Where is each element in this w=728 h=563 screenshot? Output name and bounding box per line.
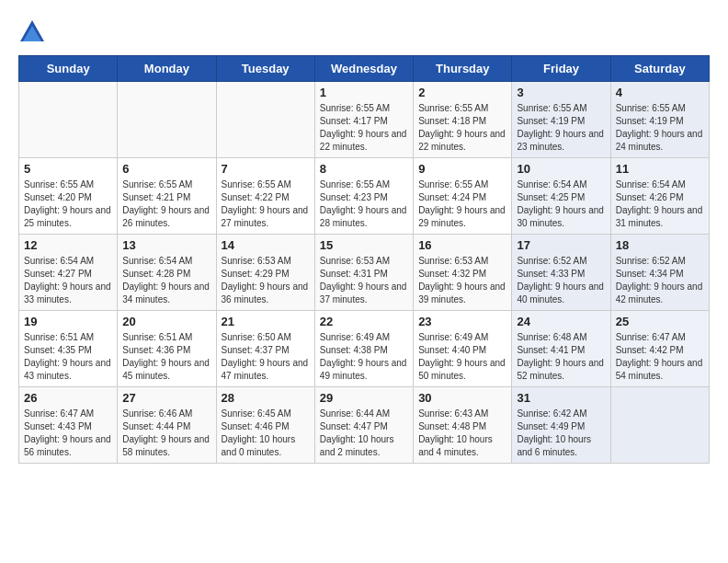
page-header bbox=[18, 18, 710, 46]
day-info: Sunrise: 6:51 AM Sunset: 4:35 PM Dayligh… bbox=[24, 331, 112, 383]
day-info: Sunrise: 6:48 AM Sunset: 4:41 PM Dayligh… bbox=[517, 331, 605, 383]
day-info: Sunrise: 6:50 AM Sunset: 4:37 PM Dayligh… bbox=[222, 331, 310, 383]
calendar-cell: 18Sunrise: 6:52 AM Sunset: 4:34 PM Dayli… bbox=[610, 235, 709, 311]
calendar-table: SundayMondayTuesdayWednesdayThursdayFrid… bbox=[18, 55, 710, 464]
day-number: 18 bbox=[616, 238, 704, 252]
logo-icon bbox=[18, 18, 46, 46]
weekday-header-monday: Monday bbox=[118, 56, 216, 82]
weekday-header-row: SundayMondayTuesdayWednesdayThursdayFrid… bbox=[19, 56, 710, 82]
calendar-cell: 10Sunrise: 6:54 AM Sunset: 4:25 PM Dayli… bbox=[512, 158, 610, 235]
day-info: Sunrise: 6:53 AM Sunset: 4:31 PM Dayligh… bbox=[320, 255, 408, 306]
calendar-cell: 8Sunrise: 6:55 AM Sunset: 4:23 PM Daylig… bbox=[314, 158, 413, 235]
day-info: Sunrise: 6:51 AM Sunset: 4:36 PM Dayligh… bbox=[122, 331, 210, 383]
logo bbox=[18, 18, 50, 46]
day-number: 28 bbox=[222, 391, 310, 405]
day-number: 5 bbox=[24, 162, 112, 176]
day-info: Sunrise: 6:55 AM Sunset: 4:24 PM Dayligh… bbox=[418, 178, 506, 230]
calendar-week-row: 26Sunrise: 6:47 AM Sunset: 4:43 PM Dayli… bbox=[19, 387, 710, 464]
day-info: Sunrise: 6:55 AM Sunset: 4:19 PM Dayligh… bbox=[616, 102, 704, 154]
calendar-cell: 16Sunrise: 6:53 AM Sunset: 4:32 PM Dayli… bbox=[414, 235, 512, 311]
day-number: 20 bbox=[122, 315, 210, 328]
day-info: Sunrise: 6:54 AM Sunset: 4:27 PM Dayligh… bbox=[24, 255, 112, 306]
day-number: 14 bbox=[222, 238, 310, 252]
day-info: Sunrise: 6:45 AM Sunset: 4:46 PM Dayligh… bbox=[222, 408, 310, 459]
day-number: 2 bbox=[418, 86, 506, 99]
day-info: Sunrise: 6:43 AM Sunset: 4:48 PM Dayligh… bbox=[418, 408, 506, 459]
calendar-cell: 11Sunrise: 6:54 AM Sunset: 4:26 PM Dayli… bbox=[610, 158, 709, 235]
calendar-cell: 7Sunrise: 6:55 AM Sunset: 4:22 PM Daylig… bbox=[216, 158, 314, 235]
day-number: 19 bbox=[24, 315, 112, 328]
day-info: Sunrise: 6:54 AM Sunset: 4:28 PM Dayligh… bbox=[122, 255, 210, 306]
day-number: 31 bbox=[517, 391, 605, 405]
day-number: 7 bbox=[222, 162, 310, 176]
day-number: 13 bbox=[122, 238, 210, 252]
calendar-cell: 1Sunrise: 6:55 AM Sunset: 4:17 PM Daylig… bbox=[314, 82, 413, 158]
weekday-header-friday: Friday bbox=[512, 56, 610, 82]
day-info: Sunrise: 6:52 AM Sunset: 4:33 PM Dayligh… bbox=[517, 255, 605, 306]
weekday-header-sunday: Sunday bbox=[19, 56, 118, 82]
calendar-cell bbox=[19, 82, 118, 158]
calendar-week-row: 5Sunrise: 6:55 AM Sunset: 4:20 PM Daylig… bbox=[19, 158, 710, 235]
day-number: 12 bbox=[24, 238, 112, 252]
day-number: 10 bbox=[517, 162, 605, 176]
calendar-cell: 12Sunrise: 6:54 AM Sunset: 4:27 PM Dayli… bbox=[19, 235, 118, 311]
day-info: Sunrise: 6:52 AM Sunset: 4:34 PM Dayligh… bbox=[616, 255, 704, 306]
calendar-cell: 9Sunrise: 6:55 AM Sunset: 4:24 PM Daylig… bbox=[414, 158, 512, 235]
calendar-cell: 4Sunrise: 6:55 AM Sunset: 4:19 PM Daylig… bbox=[610, 82, 709, 158]
day-info: Sunrise: 6:54 AM Sunset: 4:25 PM Dayligh… bbox=[517, 178, 605, 230]
day-info: Sunrise: 6:53 AM Sunset: 4:32 PM Dayligh… bbox=[418, 255, 506, 306]
calendar-cell: 19Sunrise: 6:51 AM Sunset: 4:35 PM Dayli… bbox=[19, 311, 118, 387]
day-info: Sunrise: 6:55 AM Sunset: 4:23 PM Dayligh… bbox=[320, 178, 408, 230]
weekday-header-thursday: Thursday bbox=[414, 56, 512, 82]
day-number: 29 bbox=[320, 391, 408, 405]
day-number: 25 bbox=[616, 315, 704, 328]
day-number: 16 bbox=[418, 238, 506, 252]
calendar-cell bbox=[216, 82, 314, 158]
day-info: Sunrise: 6:46 AM Sunset: 4:44 PM Dayligh… bbox=[122, 408, 210, 459]
day-number: 1 bbox=[320, 86, 408, 99]
calendar-cell: 27Sunrise: 6:46 AM Sunset: 4:44 PM Dayli… bbox=[118, 387, 216, 464]
calendar-cell: 26Sunrise: 6:47 AM Sunset: 4:43 PM Dayli… bbox=[19, 387, 118, 464]
weekday-header-tuesday: Tuesday bbox=[216, 56, 314, 82]
day-number: 17 bbox=[517, 238, 605, 252]
calendar-cell: 31Sunrise: 6:42 AM Sunset: 4:49 PM Dayli… bbox=[512, 387, 610, 464]
calendar-cell: 13Sunrise: 6:54 AM Sunset: 4:28 PM Dayli… bbox=[118, 235, 216, 311]
day-info: Sunrise: 6:55 AM Sunset: 4:18 PM Dayligh… bbox=[418, 102, 506, 154]
weekday-header-wednesday: Wednesday bbox=[314, 56, 413, 82]
calendar-cell: 20Sunrise: 6:51 AM Sunset: 4:36 PM Dayli… bbox=[118, 311, 216, 387]
day-info: Sunrise: 6:55 AM Sunset: 4:21 PM Dayligh… bbox=[122, 178, 210, 230]
calendar-cell: 5Sunrise: 6:55 AM Sunset: 4:20 PM Daylig… bbox=[19, 158, 118, 235]
day-number: 6 bbox=[122, 162, 210, 176]
calendar-cell: 25Sunrise: 6:47 AM Sunset: 4:42 PM Dayli… bbox=[610, 311, 709, 387]
day-number: 9 bbox=[418, 162, 506, 176]
calendar-week-row: 1Sunrise: 6:55 AM Sunset: 4:17 PM Daylig… bbox=[19, 82, 710, 158]
day-number: 11 bbox=[616, 162, 704, 176]
day-info: Sunrise: 6:49 AM Sunset: 4:38 PM Dayligh… bbox=[320, 331, 408, 383]
calendar-cell bbox=[610, 387, 709, 464]
weekday-header-saturday: Saturday bbox=[610, 56, 709, 82]
day-number: 27 bbox=[122, 391, 210, 405]
calendar-cell: 3Sunrise: 6:55 AM Sunset: 4:19 PM Daylig… bbox=[512, 82, 610, 158]
day-info: Sunrise: 6:55 AM Sunset: 4:17 PM Dayligh… bbox=[320, 102, 408, 154]
calendar-cell: 30Sunrise: 6:43 AM Sunset: 4:48 PM Dayli… bbox=[414, 387, 512, 464]
calendar-cell: 28Sunrise: 6:45 AM Sunset: 4:46 PM Dayli… bbox=[216, 387, 314, 464]
calendar-cell: 2Sunrise: 6:55 AM Sunset: 4:18 PM Daylig… bbox=[414, 82, 512, 158]
calendar-cell: 6Sunrise: 6:55 AM Sunset: 4:21 PM Daylig… bbox=[118, 158, 216, 235]
day-info: Sunrise: 6:47 AM Sunset: 4:43 PM Dayligh… bbox=[24, 408, 112, 459]
calendar-cell: 29Sunrise: 6:44 AM Sunset: 4:47 PM Dayli… bbox=[314, 387, 413, 464]
day-number: 26 bbox=[24, 391, 112, 405]
day-number: 8 bbox=[320, 162, 408, 176]
day-info: Sunrise: 6:54 AM Sunset: 4:26 PM Dayligh… bbox=[616, 178, 704, 230]
day-info: Sunrise: 6:55 AM Sunset: 4:22 PM Dayligh… bbox=[222, 178, 310, 230]
calendar-cell: 15Sunrise: 6:53 AM Sunset: 4:31 PM Dayli… bbox=[314, 235, 413, 311]
day-info: Sunrise: 6:55 AM Sunset: 4:20 PM Dayligh… bbox=[24, 178, 112, 230]
calendar-cell: 23Sunrise: 6:49 AM Sunset: 4:40 PM Dayli… bbox=[414, 311, 512, 387]
calendar-cell bbox=[118, 82, 216, 158]
day-number: 23 bbox=[418, 315, 506, 328]
day-info: Sunrise: 6:55 AM Sunset: 4:19 PM Dayligh… bbox=[517, 102, 605, 154]
day-info: Sunrise: 6:44 AM Sunset: 4:47 PM Dayligh… bbox=[320, 408, 408, 459]
calendar-cell: 14Sunrise: 6:53 AM Sunset: 4:29 PM Dayli… bbox=[216, 235, 314, 311]
day-number: 21 bbox=[222, 315, 310, 328]
calendar-cell: 21Sunrise: 6:50 AM Sunset: 4:37 PM Dayli… bbox=[216, 311, 314, 387]
day-number: 3 bbox=[517, 86, 605, 99]
